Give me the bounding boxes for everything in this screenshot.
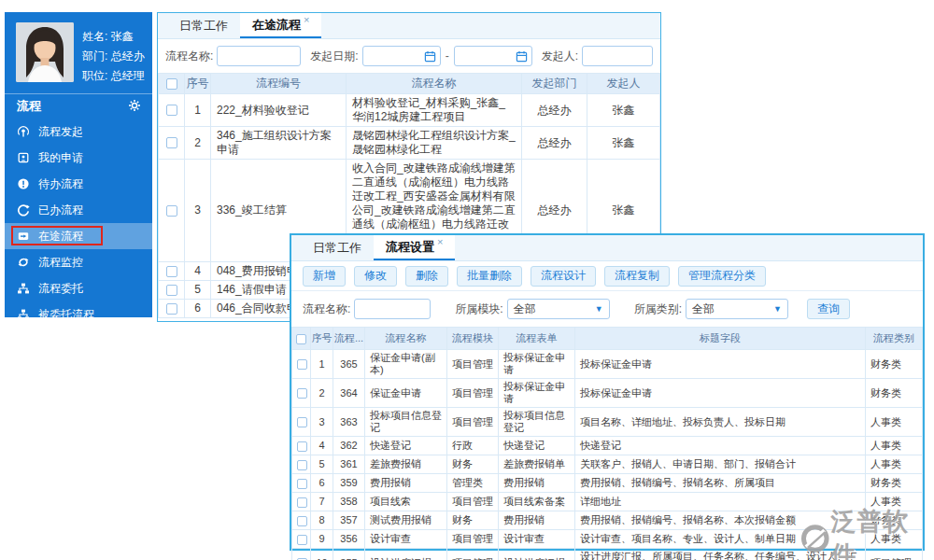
edit-button[interactable]: 修改: [354, 266, 397, 287]
row-checkbox[interactable]: [166, 105, 177, 116]
cell-process-module: 项目管理: [447, 530, 499, 549]
sidebar-item-label: 在途流程: [38, 229, 83, 245]
row-checkbox[interactable]: [297, 359, 307, 370]
process-name-label: 流程名称:: [303, 301, 350, 317]
sitemap-icon: [17, 308, 30, 321]
cell-process-id: 357: [333, 511, 365, 530]
tab-process-settings[interactable]: 流程设置 ×: [374, 235, 455, 260]
sidebar: 姓名: 张鑫 部门: 总经办 职位: 总经理 流程: [5, 12, 152, 317]
manage-process-category-button[interactable]: 管理流程分类: [678, 266, 766, 287]
cell-process-module: 项目管理: [447, 549, 499, 560]
cell-process-category: 财务类: [866, 350, 923, 379]
process-name-input[interactable]: [354, 299, 431, 319]
table-header-row: 序号 流程... 流程名称 流程模块 流程表单 标题字段 流程类别: [292, 328, 923, 350]
cell-process-form: 投标保证金申请: [499, 379, 575, 408]
row-checkbox[interactable]: [297, 535, 307, 545]
cell-process-module: 财务: [447, 511, 499, 530]
module-select[interactable]: 全部 ▼: [507, 299, 610, 319]
start-date-from-input[interactable]: [362, 46, 441, 66]
sidebar-item-process-delegate[interactable]: 流程委托: [5, 275, 152, 301]
close-icon[interactable]: ×: [437, 236, 443, 247]
sidebar-section-header: 流程: [5, 93, 152, 119]
table-row: 1 365 保证金申请(副本) 项目管理 投标保证金申请 投标保证金申请 财务类: [292, 350, 923, 379]
table-row: 2 364 保证金申请 项目管理 投标保证金申请 投标保证金申请 财务类: [292, 379, 923, 408]
row-checkbox[interactable]: [297, 497, 307, 508]
watermark-brand: 泛普软件: [831, 505, 934, 560]
cell-process-module: 项目管理: [447, 379, 499, 408]
cell-seq: 1: [311, 350, 333, 379]
row-checkbox[interactable]: [297, 460, 307, 470]
user-name: 姓名: 张鑫: [82, 27, 145, 47]
sidebar-item-process-monitor[interactable]: 流程监控: [5, 249, 152, 275]
sidebar-item-todo-processes[interactable]: 待办流程: [5, 171, 152, 197]
row-checkbox[interactable]: [166, 205, 177, 217]
tab-label: 日常工作: [313, 240, 361, 257]
delete-button[interactable]: 删除: [405, 266, 448, 287]
tab-daily-work[interactable]: 日常工作: [301, 235, 374, 260]
table-header-row: 序号 流程编号 流程名称 发起部门 发起人: [159, 74, 660, 94]
cell-process-name: 快递登记: [365, 437, 447, 455]
cell-process-id: 364: [333, 379, 365, 408]
user-info: 姓名: 张鑫 部门: 总经办 职位: 总经理: [82, 22, 145, 86]
row-checkbox[interactable]: [297, 417, 307, 427]
chevron-down-icon: ▼: [595, 304, 603, 314]
cell-process-module: 项目管理: [447, 350, 499, 379]
cell-title-fields: 投标保证金申请: [575, 350, 866, 379]
cell-process-category: 财务类: [866, 379, 923, 408]
sidebar-item-in-transit-processes[interactable]: 在途流程: [5, 223, 152, 249]
row-checkbox[interactable]: [297, 479, 307, 489]
cell-process-id: 359: [333, 474, 365, 493]
batch-delete-button[interactable]: 批量删除: [457, 266, 522, 287]
process-name-label: 流程名称:: [165, 49, 213, 64]
gear-icon[interactable]: [128, 99, 141, 115]
in-transit-icon: [17, 230, 30, 243]
sidebar-item-delegated-processes[interactable]: 被委托流程: [5, 301, 152, 328]
select-all-checkbox[interactable]: [296, 334, 306, 344]
row-checkbox[interactable]: [166, 303, 177, 315]
cell-process-module: 财务: [447, 455, 499, 474]
category-select[interactable]: 全部 ▼: [686, 299, 788, 319]
row-checkbox[interactable]: [166, 137, 177, 148]
add-button[interactable]: 新增: [303, 266, 346, 287]
process-name-input[interactable]: [217, 46, 301, 66]
col-header-process-id: 流程...: [333, 328, 365, 350]
table-row: 1 222_材料验收登记 材料验收登记_材料采购_张鑫_华润12城房建工程项目 …: [159, 94, 660, 127]
cell-process-name: 设计进度汇报: [365, 549, 447, 560]
sidebar-item-done-processes[interactable]: 已办流程: [5, 197, 152, 223]
table-row: 5 361 差旅费报销 财务 差旅费报销单 关联客户、报销人、申请日期、部门、报…: [292, 455, 923, 474]
alert-icon: [17, 177, 30, 190]
cell-dept: 总经办: [522, 127, 587, 160]
sidebar-item-label: 已办流程: [38, 203, 83, 218]
initiator-input[interactable]: [582, 46, 653, 66]
cell-process-id: 361: [333, 455, 365, 474]
row-checkbox[interactable]: [297, 441, 307, 452]
close-icon[interactable]: ×: [304, 14, 309, 25]
cell-process-name: 项目线索: [365, 493, 447, 511]
select-all-checkbox[interactable]: [166, 78, 177, 90]
tab-in-transit-process[interactable]: 在途流程 ×: [240, 13, 321, 38]
search-button[interactable]: 查询: [807, 299, 850, 319]
cell-title-fields: 项目名称、详细地址、投标负责人、投标日期: [575, 408, 866, 437]
start-date-to-input[interactable]: [454, 46, 532, 66]
row-checkbox[interactable]: [297, 516, 307, 526]
row-checkbox[interactable]: [297, 388, 307, 399]
col-header-process-name: 流程名称: [347, 74, 522, 94]
sidebar-item-process-start[interactable]: 流程发起: [5, 119, 152, 145]
avatar: [16, 22, 74, 82]
process-copy-button[interactable]: 流程复制: [604, 266, 670, 287]
sidebar-item-my-applications[interactable]: 我的申请: [5, 145, 152, 171]
cell-seq: 10: [311, 549, 333, 560]
cell-process-name: 晟铭园林绿化工程组织设计方案_晟铭园林绿化工程: [347, 127, 522, 160]
process-design-button[interactable]: 流程设计: [531, 266, 596, 287]
cell-dept: 总经办: [522, 94, 587, 127]
cell-seq: 2: [185, 127, 211, 160]
sync-icon: [17, 256, 30, 269]
row-checkbox[interactable]: [166, 285, 177, 296]
cell-seq: 5: [311, 455, 333, 474]
col-header-seq: 序号: [185, 74, 211, 94]
table-row: 3 363 投标项目信息登记 项目管理 投标项目信息登记 项目名称、详细地址、投…: [292, 408, 923, 437]
cell-seq: 2: [311, 379, 333, 408]
row-checkbox[interactable]: [166, 266, 177, 277]
tab-daily-work[interactable]: 日常工作: [167, 13, 240, 38]
cell-process-module: 项目管理: [447, 493, 499, 511]
